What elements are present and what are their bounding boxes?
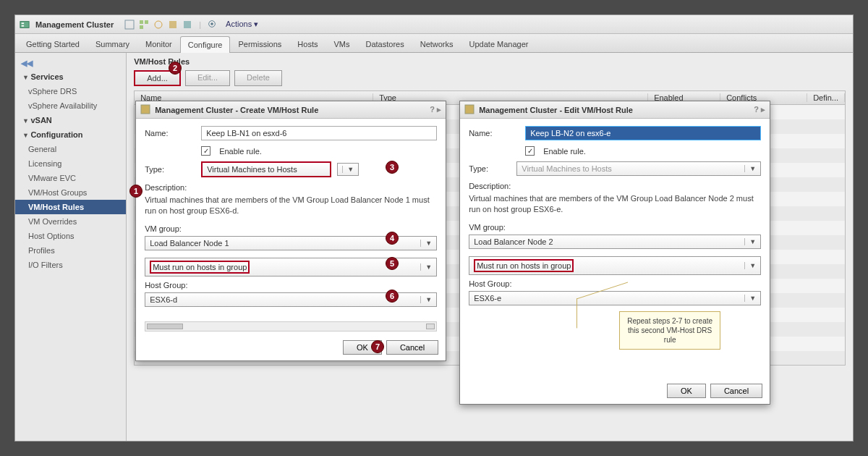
sidebar-item-availability[interactable]: vSphere Availability: [15, 98, 126, 113]
chevron-down-icon: ▼: [420, 296, 432, 303]
name-label: Name:: [145, 129, 195, 138]
hostgroup-label: Host Group:: [145, 281, 437, 290]
rules-title: VM/Host Rules: [134, 57, 846, 66]
icon-5[interactable]: [182, 19, 193, 30]
tab-monitor[interactable]: Monitor: [137, 35, 180, 52]
dialog2-footer: OK Cancel: [667, 384, 762, 398]
horizontal-scrollbar[interactable]: [145, 321, 437, 332]
titlebar: Management Cluster | Actions ▾: [15, 15, 853, 34]
chevron-down-icon: ▼: [744, 295, 756, 302]
dialog-icon: [140, 104, 150, 116]
enable-checkbox[interactable]: ✓: [525, 146, 535, 156]
edit-button[interactable]: Edit...: [185, 70, 230, 86]
dialog1-title: Management Cluster - Create VM/Host Rule: [155, 106, 318, 114]
actions-menu[interactable]: Actions ▾: [226, 20, 258, 29]
svg-point-11: [210, 22, 213, 25]
relation-combo[interactable]: Must run on hosts in group▼: [469, 256, 761, 275]
main-area: ◀◀ Services vSphere DRS vSphere Availabi…: [15, 53, 853, 441]
sidebar-item-vmhostrules[interactable]: VM/Host Rules: [15, 200, 126, 214]
button-row: Add... Edit... Delete: [134, 70, 846, 86]
svg-rect-2: [22, 25, 25, 26]
desc-text: Virtual machines that are members of the…: [145, 195, 437, 217]
desc-label: Description:: [469, 182, 761, 190]
relation-value: Must run on hosts in group: [150, 261, 250, 274]
enable-checkbox[interactable]: ✓: [201, 146, 210, 156]
relation-value: Must run on hosts in group: [474, 259, 574, 272]
app-window: Management Cluster | Actions ▾ Getting S…: [14, 14, 854, 442]
enable-label: Enable rule.: [219, 147, 262, 156]
content-pane: VM/Host Rules Add... Edit... Delete Name…: [127, 53, 853, 441]
chevron-down-icon: ▼: [744, 165, 756, 172]
sidebar-item-iofilters[interactable]: I/O Filters: [15, 258, 126, 272]
section-services[interactable]: Services: [15, 69, 126, 84]
sidebar: ◀◀ Services vSphere DRS vSphere Availabi…: [15, 53, 127, 441]
dialog1-footer: OK Cancel: [343, 340, 438, 355]
svg-point-7: [155, 21, 162, 28]
dialog-icon: [464, 104, 475, 116]
col-defined[interactable]: Defin...: [807, 93, 845, 102]
type-combo-arrow[interactable]: ▼: [337, 163, 359, 176]
chevron-down-icon: ▼: [342, 166, 354, 173]
svg-rect-8: [169, 21, 176, 28]
type-combo[interactable]: Virtual Machines to Hosts: [201, 161, 331, 177]
vmgroup-combo[interactable]: Load Balancer Node 2▼: [469, 235, 761, 249]
dialog2-titlebar[interactable]: Management Cluster - Edit VM/Host Rule ?…: [460, 101, 770, 119]
icon-1[interactable]: [124, 19, 135, 30]
tab-hosts[interactable]: Hosts: [289, 35, 326, 52]
enable-label: Enable rule.: [543, 147, 586, 156]
cancel-button[interactable]: Cancel: [386, 340, 438, 355]
cluster-icon: [20, 20, 30, 30]
sidebar-item-evc[interactable]: VMware EVC: [15, 171, 126, 185]
marker-1: 1: [129, 185, 142, 198]
name-label: Name:: [469, 129, 519, 138]
scrollbar-arrow-right-icon[interactable]: [426, 324, 435, 329]
rule-name-input[interactable]: Keep LB-N1 on esxd-6: [201, 126, 437, 140]
collapse-sidebar-icon[interactable]: ◀◀: [15, 57, 126, 69]
sidebar-item-general[interactable]: General: [15, 142, 126, 156]
tab-summary[interactable]: Summary: [88, 35, 137, 52]
icon-3[interactable]: [153, 19, 164, 30]
annotation-callout: Repeat steps 2-7 to create this second V…: [619, 311, 720, 350]
cancel-button[interactable]: Cancel: [710, 384, 762, 398]
desc-label: Description:: [145, 183, 437, 192]
tab-configure[interactable]: Configure: [180, 36, 231, 53]
tab-vms[interactable]: VMs: [326, 35, 357, 52]
icon-2[interactable]: [138, 19, 150, 30]
icon-4[interactable]: [167, 19, 179, 30]
tab-networks[interactable]: Networks: [412, 35, 461, 52]
tab-getting-started[interactable]: Getting Started: [18, 35, 88, 52]
sidebar-item-vmoverrides[interactable]: VM Overrides: [15, 214, 126, 229]
type-combo[interactable]: Virtual Machines to Hosts▼: [516, 161, 761, 176]
chevron-down-icon: ▼: [420, 263, 432, 271]
help-icon[interactable]: ? ▸: [430, 105, 441, 114]
scrollbar-thumb[interactable]: [147, 324, 183, 329]
chevron-down-icon: ▼: [744, 262, 756, 269]
svg-rect-3: [125, 20, 134, 29]
sidebar-item-licensing[interactable]: Licensing: [15, 156, 126, 171]
dialog2-body: Name: Keep LB-N2 on esx6-e ✓ Enable rule…: [460, 119, 770, 313]
section-configuration[interactable]: Configuration: [15, 127, 126, 142]
sidebar-item-drs[interactable]: vSphere DRS: [15, 84, 126, 98]
toolbar-icons: [124, 19, 193, 30]
ok-button[interactable]: OK: [667, 384, 706, 398]
desc-text: Virtual machines that are members of the…: [469, 193, 761, 216]
edit-rule-dialog: Management Cluster - Edit VM/Host Rule ?…: [459, 101, 770, 405]
tab-datastores[interactable]: Datastores: [357, 35, 412, 52]
sidebar-item-hostoptions[interactable]: Host Options: [15, 229, 126, 243]
chevron-down-icon: ▼: [744, 238, 756, 245]
section-vsan[interactable]: vSAN: [15, 113, 126, 127]
sidebar-item-vmhostgroups[interactable]: VM/Host Groups: [15, 185, 126, 200]
svg-rect-12: [141, 105, 150, 114]
dialog1-titlebar[interactable]: Management Cluster - Create VM/Host Rule…: [136, 101, 446, 119]
tab-bar: Getting Started Summary Monitor Configur…: [15, 34, 853, 53]
svg-rect-9: [184, 21, 191, 28]
sidebar-item-profiles[interactable]: Profiles: [15, 243, 126, 258]
dialog2-title: Management Cluster - Edit VM/Host Rule: [479, 106, 633, 114]
tab-permissions[interactable]: Permissions: [230, 35, 289, 52]
help-icon[interactable]: ? ▸: [754, 105, 765, 114]
rule-name-input[interactable]: Keep LB-N2 on esx6-e: [525, 126, 761, 140]
gear-icon[interactable]: [207, 19, 217, 30]
tab-update-manager[interactable]: Update Manager: [461, 35, 537, 52]
delete-button[interactable]: Delete: [234, 70, 282, 86]
type-label: Type:: [469, 164, 511, 173]
